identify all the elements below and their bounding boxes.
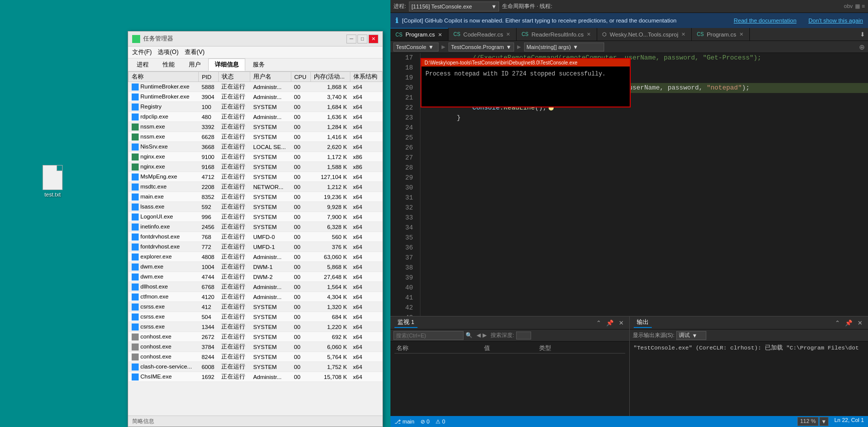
minimize-button[interactable]: ─ (346, 34, 356, 44)
cursor-position[interactable]: Ln 22, Col 1 (834, 417, 864, 426)
process-dropdown[interactable]: [11156] TestConsole.exe ▼ (409, 2, 499, 12)
table-row[interactable]: csrss.exe 1344 正在运行 SYSTEM 00 1,220 K x6… (129, 322, 382, 332)
table-row[interactable]: explorer.exe 4808 正在运行 Administr... 00 6… (129, 252, 382, 262)
table-row[interactable]: ctfmon.exe 4120 正在运行 Administr... 00 4,3… (129, 292, 382, 302)
table-row[interactable]: dwm.exe 4744 正在运行 DWM-2 00 27,648 K x64 (129, 272, 382, 282)
depth-input[interactable]: 3 (516, 332, 531, 340)
table-row[interactable]: conhost.exe 3784 正在运行 SYSTEM 00 6,060 K … (129, 342, 382, 352)
line-number: 43 (398, 313, 416, 316)
col-arch[interactable]: 体系结构 (350, 72, 382, 82)
read-documentation-link[interactable]: Read the documentation (734, 18, 796, 24)
watch-search-input[interactable] (393, 331, 464, 340)
console-output: Process notepad with ID 2724 stopped suc… (425, 70, 606, 78)
col-name[interactable]: 名称 (129, 72, 199, 82)
table-row[interactable]: MsMpEng.exe 4712 正在运行 SYSTEM 00 127,104 … (129, 172, 382, 182)
prev-icon[interactable]: ◀ (477, 332, 481, 338)
method-dropdown[interactable]: Main(string[] args) ▼ (524, 42, 604, 52)
menu-options[interactable]: 选项(O) (158, 48, 178, 56)
solution-dropdown[interactable]: TestConsole ▼ (393, 42, 439, 52)
table-row[interactable]: ChsIME.exe 1692 正在运行 Administr... 00 15,… (129, 372, 382, 382)
tab-users[interactable]: 用户 (182, 58, 207, 71)
desktop-icon-test-txt[interactable]: test.txt (35, 165, 70, 198)
tab-reader-result[interactable]: CS ReaderResultInfo.cs ✕ (517, 28, 597, 40)
code-line (425, 163, 868, 173)
table-row[interactable]: inetinfo.exe 2456 正在运行 SYSTEM 00 6,328 K… (129, 222, 382, 232)
close-tab-1[interactable]: ✕ (506, 32, 510, 37)
tab-program-cs-2[interactable]: CS Program.cs ✕ (692, 28, 750, 40)
table-row[interactable]: main.exe 8352 正在运行 SYSTEM 00 19,236 K x6… (129, 192, 382, 202)
maximize-button[interactable]: □ (357, 34, 367, 44)
tab-details[interactable]: 详细信息 (208, 58, 245, 71)
statusbar-right: 112 % ▼ Ln 22, Col 1 (797, 417, 864, 426)
output-source-dropdown[interactable]: 调试 ▼ (676, 331, 706, 340)
tab-overflow-button[interactable]: ⬇ (857, 31, 868, 38)
col-cpu[interactable]: CPU (291, 72, 310, 82)
output-panel-close[interactable]: ✕ (856, 320, 864, 326)
col-status[interactable]: 状态 (218, 72, 250, 82)
close-tab-3[interactable]: ✕ (681, 32, 685, 37)
output-tab[interactable]: 输出 (634, 318, 652, 328)
git-branch[interactable]: ⎇ main (394, 418, 414, 425)
code-line (425, 243, 868, 253)
table-row[interactable]: fontdrvhost.exe 768 正在运行 UMFD-0 00 560 K… (129, 232, 382, 242)
table-row[interactable]: conhost.exe 2672 正在运行 SYSTEM 00 692 K x6… (129, 332, 382, 342)
menu-view[interactable]: 查看(V) (185, 48, 205, 56)
table-row[interactable]: csrss.exe 412 正在运行 SYSTEM 00 1,320 K x64 (129, 302, 382, 312)
code-line (425, 183, 868, 193)
tab-performance[interactable]: 性能 (156, 58, 181, 71)
table-row[interactable]: clash-core-service... 6008 正在运行 SYSTEM 0… (129, 362, 382, 372)
tab-services[interactable]: 服务 (246, 58, 271, 71)
table-row[interactable]: NisSrv.exe 3668 正在运行 LOCAL SE... 00 2,62… (129, 142, 382, 152)
add-file-button[interactable]: ⊕ (859, 43, 865, 51)
tab-program-cs-1[interactable]: CS Program.cs ✕ (390, 28, 449, 40)
panel-chevron-icon[interactable]: ⌃ (595, 320, 603, 326)
table-row[interactable]: dllhost.exe 6768 正在运行 Administr... 00 1,… (129, 282, 382, 292)
table-row[interactable]: nssm.exe 6628 正在运行 SYSTEM 00 1,416 K x64 (129, 132, 382, 142)
table-row[interactable]: nssm.exe 3392 正在运行 SYSTEM 00 1,284 K x64 (129, 122, 382, 132)
menu-file[interactable]: 文件(F) (132, 48, 152, 56)
tab-csproj[interactable]: ⬡ Wesky.Net.O...Tools.csproj ✕ (597, 28, 692, 40)
col-user[interactable]: 用户名 (250, 72, 291, 82)
panel-pin-icon[interactable]: 📌 (605, 320, 615, 326)
table-row[interactable]: lsass.exe 592 正在运行 SYSTEM 00 9,928 K x64 (129, 202, 382, 212)
error-count[interactable]: ⊘ 0 (420, 418, 429, 425)
table-row[interactable]: Registry 100 正在运行 SYSTEM 00 1,684 K x64 (129, 102, 382, 112)
table-row[interactable]: msdtc.exe 2208 正在运行 NETWOR... 00 1,212 K… (129, 182, 382, 192)
watch-panel-toolbar: 🔍 ◀ ▶ 搜索深度: 3 (390, 330, 629, 342)
dont-show-again-link[interactable]: Don't show this again (808, 18, 863, 24)
zoom-value[interactable]: 112 % (797, 417, 818, 426)
close-tab-0[interactable]: ✕ (438, 32, 442, 38)
table-row[interactable]: LogonUI.exe 996 正在运行 SYSTEM 00 7,900 K x… (129, 212, 382, 222)
panel-close-icon[interactable]: ✕ (617, 320, 625, 326)
zoom-dropdown-btn[interactable]: ▼ (819, 417, 828, 426)
code-line (425, 213, 868, 223)
next-icon[interactable]: ▶ (483, 332, 487, 338)
line-number: 26 (398, 143, 416, 153)
output-panel-pin[interactable]: 📌 (843, 320, 854, 326)
table-row[interactable]: rdpclip.exe 480 正在运行 Administr... 00 1,6… (129, 112, 382, 122)
class-dropdown[interactable]: TestConsole.Program ▼ (449, 42, 514, 52)
table-row[interactable]: fontdrvhost.exe 772 正在运行 UMFD-1 00 376 K… (129, 242, 382, 252)
col-pid[interactable]: PID (199, 72, 219, 82)
table-row[interactable]: nginx.exe 9100 正在运行 SYSTEM 00 1,172 K x8… (129, 152, 382, 162)
table-row[interactable]: RuntimeBroker.exe 5888 正在运行 Administr...… (129, 82, 382, 92)
watch-tab[interactable]: 监视 1 (394, 318, 417, 328)
table-row[interactable]: csrss.exe 504 正在运行 SYSTEM 00 684 K x64 (129, 312, 382, 322)
close-tab-2[interactable]: ✕ (587, 32, 591, 37)
code-line (425, 133, 868, 143)
close-button[interactable]: ✕ (368, 34, 378, 44)
process-table-scroll[interactable]: 名称 PID 状态 用户名 CPU 内存(活动... 体系结构 RuntimeB… (128, 72, 382, 416)
output-panel-controls: ⌃ 📌 ✕ (833, 320, 864, 326)
table-row[interactable]: nginx.exe 9168 正在运行 SYSTEM 00 1,588 K x8… (129, 162, 382, 172)
warning-count[interactable]: ⚠ 0 (436, 418, 445, 425)
code-line (425, 313, 868, 316)
output-panel-chevron[interactable]: ⌃ (833, 320, 841, 326)
table-row[interactable]: dwm.exe 1004 正在运行 DWM-1 00 5,868 K x64 (129, 262, 382, 272)
tab-process[interactable]: 进程 (130, 58, 155, 71)
tab-code-reader[interactable]: CS CodeReader.cs ✕ (449, 28, 517, 40)
col-mem[interactable]: 内存(活动... (311, 72, 350, 82)
close-tab-4[interactable]: ✕ (739, 32, 743, 37)
line-number: 29 (398, 173, 416, 183)
table-row[interactable]: RuntimeBroker.exe 3904 正在运行 Administr...… (129, 92, 382, 102)
table-row[interactable]: conhost.exe 8244 正在运行 SYSTEM 00 5,764 K … (129, 352, 382, 362)
